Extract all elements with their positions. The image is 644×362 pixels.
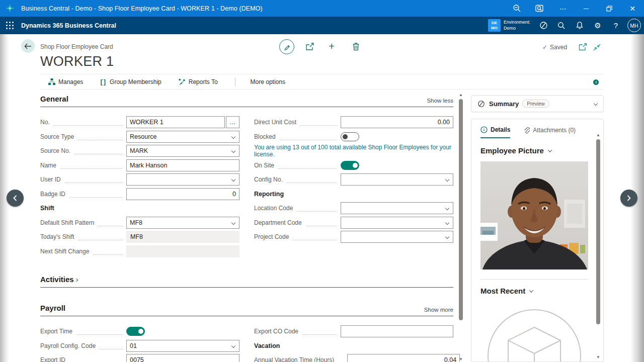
blocked-toggle[interactable] [341, 132, 359, 141]
on-site-toggle[interactable] [341, 161, 359, 170]
chevron-down-icon [529, 288, 533, 292]
show-more-link[interactable]: Show more [424, 307, 453, 313]
teaching-tip-info-icon[interactable]: i [593, 79, 599, 85]
ribbon-more-options[interactable]: More options [251, 78, 285, 85]
dotted-leader [60, 162, 122, 169]
ribbon-reports-to[interactable]: Reports To [179, 78, 218, 85]
titlebar-more-icon[interactable]: ⋯ [551, 0, 575, 17]
field-source-type: Source Type Resource [40, 130, 239, 144]
user-avatar[interactable]: MH [627, 19, 641, 32]
next-record-button[interactable] [620, 190, 637, 207]
environment-label: Environment: Demo [504, 20, 530, 31]
zoom-out-icon[interactable] [505, 0, 528, 17]
new-record-button[interactable]: + [329, 40, 335, 52]
save-status: ✓ Saved [542, 44, 567, 51]
window-title: Business Central - Demo - Shop Floor Emp… [21, 5, 263, 12]
name-input[interactable] [126, 159, 239, 171]
open-in-new-window-icon[interactable] [579, 43, 587, 51]
dotted-leader [78, 133, 122, 140]
org-chart-icon [48, 78, 55, 85]
search-icon[interactable] [552, 17, 571, 34]
summary-card[interactable]: Summary Preview [471, 95, 604, 112]
field-default-shift-pattern: Default Shift Pattern MF8 [40, 216, 239, 230]
ribbon-group-membership[interactable]: [] Group Membership [100, 78, 161, 85]
payroll-section-title[interactable]: Payroll [40, 304, 65, 312]
dotted-leader [100, 342, 122, 349]
environment-badge[interactable]: DE MO [488, 19, 501, 32]
share-button[interactable] [305, 42, 314, 51]
field-badge-id: Badge ID [40, 187, 239, 202]
dotted-leader [287, 176, 337, 183]
assist-edit-button[interactable]: … [226, 116, 239, 128]
department-code-select[interactable] [341, 217, 453, 229]
card-content: General Show less No. … Source Type Reso… [40, 95, 453, 362]
edit-pencil-button[interactable] [279, 39, 294, 54]
back-button[interactable] [21, 39, 35, 53]
reporting-subheader: Reporting [254, 187, 453, 202]
previous-record-button[interactable] [7, 190, 24, 207]
dotted-leader [297, 205, 337, 212]
config-no-select[interactable] [341, 173, 453, 186]
general-section-title[interactable]: General [40, 95, 68, 103]
scrollbar-thumb[interactable] [459, 99, 463, 320]
field-export-co-code: Export CO Code [254, 324, 453, 339]
tab-details[interactable]: Details [480, 126, 510, 138]
export-co-code-input[interactable] [341, 325, 453, 337]
settings-gear-icon[interactable]: ⚙ [589, 17, 607, 34]
show-less-link[interactable]: Show less [427, 98, 453, 104]
field-label: Badge ID [40, 191, 65, 198]
chevron-down-icon [231, 149, 235, 153]
factbox-scrollbar[interactable]: ▲ ▼ [595, 133, 602, 360]
export-time-toggle[interactable] [126, 327, 145, 336]
most-recent-heading[interactable]: Most Recent [480, 287, 603, 295]
no-input[interactable] [126, 116, 225, 128]
chevron-down-icon [231, 221, 235, 225]
scroll-down-icon[interactable]: ▼ [596, 355, 600, 360]
chevron-down-icon[interactable] [594, 102, 598, 106]
location-code-select[interactable] [341, 202, 453, 214]
chevron-right-icon: › [76, 276, 78, 284]
default-shift-pattern-select[interactable]: MF8 [126, 217, 239, 229]
scrollbar-thumb[interactable] [596, 139, 600, 324]
source-type-select[interactable]: Resource [126, 131, 239, 143]
app-launcher-waffle-icon[interactable] [0, 17, 19, 34]
dotted-leader [74, 147, 122, 154]
field-label: Source No. [40, 147, 70, 154]
notifications-bell-icon[interactable] [571, 17, 589, 34]
field-label: Project Code [254, 233, 289, 240]
source-no-select[interactable]: MARK [126, 145, 239, 157]
employee-picture-heading[interactable]: Employee Picture [480, 146, 603, 155]
ribbon-manages[interactable]: Manages [48, 78, 83, 85]
general-section-header: General Show less [40, 95, 453, 107]
dotted-leader [78, 233, 122, 240]
field-label: Export ID [40, 356, 65, 362]
tab-attachments[interactable]: Attachments (0) [523, 126, 576, 138]
field-direct-unit-cost: Direct Unit Cost [254, 115, 453, 130]
collapse-focus-icon[interactable] [593, 44, 601, 51]
scroll-up-icon[interactable]: ▲ [459, 93, 463, 98]
project-code-select[interactable] [341, 231, 453, 243]
direct-unit-cost-input[interactable] [341, 116, 453, 128]
export-id-input[interactable] [126, 354, 239, 362]
user-id-select[interactable] [126, 173, 239, 186]
most-recent-placeholder [480, 308, 588, 362]
scroll-up-icon[interactable]: ▲ [596, 133, 600, 138]
delete-trash-button[interactable] [352, 42, 360, 51]
badge-id-input[interactable] [126, 188, 239, 200]
close-icon[interactable]: ✕ [621, 0, 644, 17]
scroll-down-icon[interactable]: ▼ [459, 357, 463, 362]
search-in-window-icon[interactable] [528, 0, 551, 17]
dotted-leader [65, 176, 122, 183]
product-name[interactable]: Dynamics 365 Business Central [21, 22, 116, 29]
payroll-config-code-select[interactable]: 01 [126, 340, 239, 352]
copilot-icon[interactable] [534, 17, 552, 34]
minimize-icon[interactable]: ─ [575, 0, 598, 17]
activities-section-title[interactable]: Activities › [40, 275, 78, 284]
preview-badge: Preview [522, 100, 549, 108]
field-department-code: Department Code [254, 216, 453, 230]
help-icon[interactable]: ? [607, 17, 625, 34]
annual-vacation-time-input[interactable] [347, 354, 460, 362]
employee-photo [480, 161, 588, 269]
restore-icon[interactable] [598, 0, 621, 17]
main-scrollbar[interactable]: ▲ ▼ [457, 93, 464, 362]
